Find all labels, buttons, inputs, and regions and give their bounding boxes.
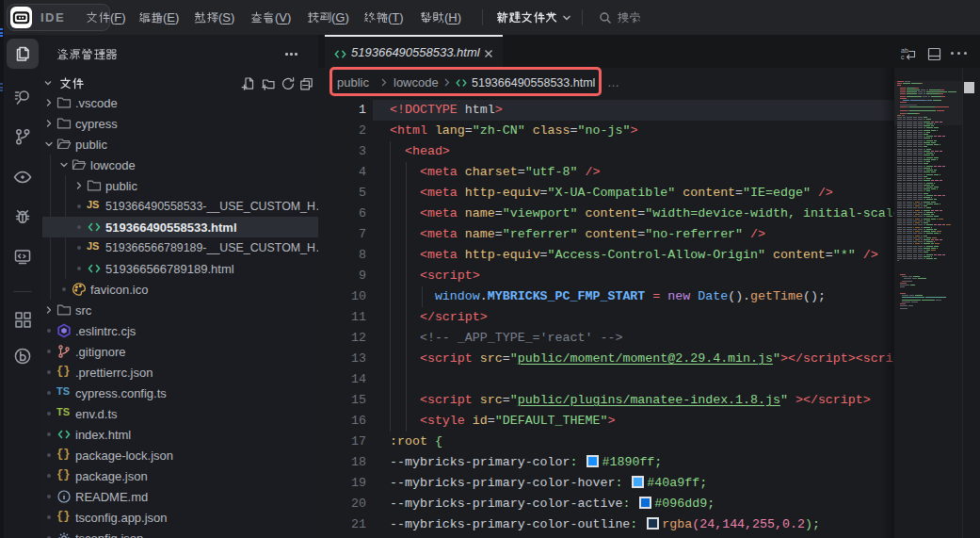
- svg-text:ab: ab: [901, 47, 908, 54]
- svg-text:c: c: [901, 54, 905, 60]
